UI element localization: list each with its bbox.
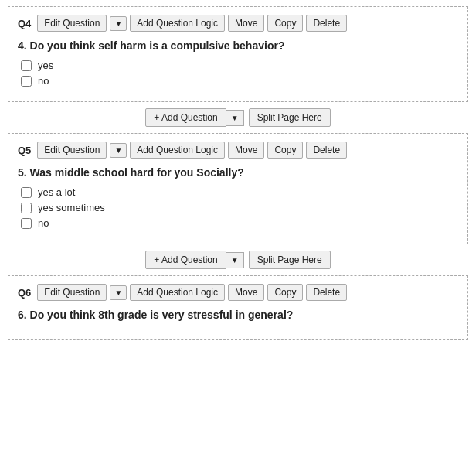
- option-label-q5-1: yes sometimes: [38, 202, 105, 213]
- add-question-bar-1: + Add Question ▼ Split Page Here: [8, 108, 468, 127]
- option-checkbox-q5-0[interactable]: [21, 187, 32, 198]
- delete-button-q5[interactable]: Delete: [306, 142, 347, 159]
- question-block-q4: Q4 Edit Question ▼ Add Question Logic Mo…: [8, 6, 468, 102]
- question-id-q5: Q5: [18, 145, 31, 156]
- edit-question-dropdown-q6[interactable]: ▼: [110, 285, 127, 300]
- option-checkbox-q4-1[interactable]: [21, 76, 32, 87]
- edit-question-button-q5[interactable]: Edit Question: [37, 142, 107, 159]
- option-checkbox-q4-0[interactable]: [21, 60, 32, 71]
- question-block-q5: Q5 Edit Question ▼ Add Question Logic Mo…: [8, 133, 468, 244]
- add-question-dropdown-1[interactable]: ▼: [226, 110, 244, 126]
- split-page-button-2[interactable]: Split Page Here: [249, 251, 331, 269]
- option-row-q5-1: yes sometimes: [18, 202, 458, 213]
- option-row-q4-1: no: [18, 75, 458, 87]
- question-toolbar-q5: Q5 Edit Question ▼ Add Question Logic Mo…: [18, 142, 458, 159]
- move-button-q6[interactable]: Move: [228, 284, 264, 301]
- edit-question-button-q4[interactable]: Edit Question: [37, 15, 107, 32]
- option-row-q5-2: no: [18, 217, 458, 229]
- add-question-dropdown-2[interactable]: ▼: [226, 252, 244, 268]
- question-text-q6: 6. Do you think 8th grade is very stress…: [18, 309, 458, 321]
- copy-button-q5[interactable]: Copy: [267, 142, 303, 159]
- question-block-q6: Q6 Edit Question ▼ Add Question Logic Mo…: [8, 275, 468, 340]
- option-label-q5-2: no: [38, 217, 49, 229]
- edit-question-button-q6[interactable]: Edit Question: [37, 284, 107, 301]
- split-page-button-1[interactable]: Split Page Here: [249, 108, 331, 127]
- question-id-q6: Q6: [18, 287, 31, 299]
- delete-button-q6[interactable]: Delete: [306, 284, 347, 301]
- move-button-q5[interactable]: Move: [228, 142, 264, 159]
- question-toolbar-q6: Q6 Edit Question ▼ Add Question Logic Mo…: [18, 284, 458, 301]
- add-question-bar-2: + Add Question ▼ Split Page Here: [8, 251, 468, 269]
- add-logic-button-q4[interactable]: Add Question Logic: [130, 15, 225, 32]
- option-checkbox-q5-1[interactable]: [21, 203, 32, 213]
- question-id-q4: Q4: [18, 18, 31, 29]
- copy-button-q6[interactable]: Copy: [267, 284, 303, 301]
- question-text-q4: 4. Do you think self harm is a compulsiv…: [18, 39, 458, 52]
- delete-button-q4[interactable]: Delete: [306, 15, 347, 32]
- add-logic-button-q5[interactable]: Add Question Logic: [130, 142, 225, 159]
- option-label-q4-1: no: [38, 75, 49, 87]
- edit-question-dropdown-q4[interactable]: ▼: [110, 16, 127, 31]
- copy-button-q4[interactable]: Copy: [267, 15, 303, 32]
- option-label-q5-0: yes a lot: [38, 186, 75, 198]
- option-row-q5-0: yes a lot: [18, 186, 458, 198]
- option-label-q4-0: yes: [38, 60, 53, 71]
- option-row-q4-0: yes: [18, 60, 458, 71]
- add-logic-button-q6[interactable]: Add Question Logic: [130, 284, 225, 301]
- add-question-button-2[interactable]: + Add Question: [145, 251, 226, 269]
- option-checkbox-q5-2[interactable]: [21, 218, 32, 229]
- question-text-q5: 5. Was middle school hard for you Social…: [18, 166, 458, 179]
- move-button-q4[interactable]: Move: [228, 15, 264, 32]
- add-question-button-1[interactable]: + Add Question: [145, 108, 226, 127]
- edit-question-dropdown-q5[interactable]: ▼: [110, 143, 127, 158]
- question-toolbar-q4: Q4 Edit Question ▼ Add Question Logic Mo…: [18, 15, 458, 32]
